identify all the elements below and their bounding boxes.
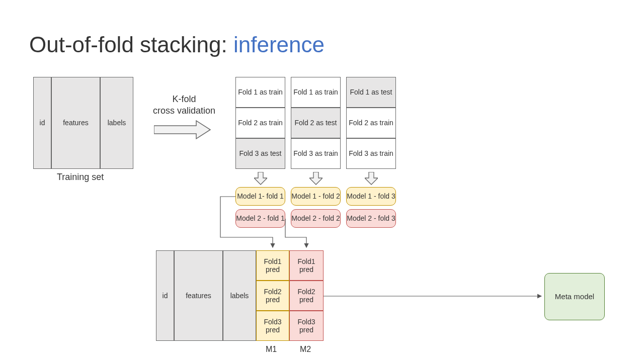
stacked-cell-id: id	[156, 250, 174, 341]
model2-fold1: Model 2 - fold 1	[235, 209, 285, 228]
stacked-cell-features: features	[174, 250, 223, 341]
stacked-m2-label: M2	[300, 345, 311, 354]
page-title: Out-of-fold stacking: inference	[29, 32, 325, 57]
model1-fold3: Model 1 - fold 3	[346, 187, 396, 206]
title-accent: inference	[233, 32, 325, 57]
arrow-down-small-3-icon	[365, 172, 378, 185]
kfold-label: K-fold cross validation	[147, 94, 221, 116]
stacked-m2-fold3: Fold3 pred	[289, 311, 324, 341]
training-cell-id: id	[33, 77, 51, 169]
title-main: Out-of-fold stacking:	[29, 32, 233, 57]
fold-col2-row2: Fold 2 as test	[291, 108, 341, 138]
fold-col1-row1: Fold 1 as train	[235, 77, 285, 108]
stacked-cell-labels: labels	[223, 250, 256, 341]
fold-col3-row1: Fold 1 as test	[346, 77, 396, 108]
kfold-line1: K-fold	[172, 94, 196, 104]
model1-fold2: Model 1 - fold 2	[291, 187, 341, 206]
training-caption: Training set	[57, 172, 104, 183]
stacked-m1-fold3: Fold3 pred	[256, 311, 289, 341]
arrow-down-small-1-icon	[254, 172, 267, 185]
stacked-m1-fold1: Fold1 pred	[256, 250, 289, 281]
stacked-m2-fold2: Fold2 pred	[289, 281, 324, 311]
fold-col2-row3: Fold 3 as train	[291, 138, 341, 169]
training-cell-features: features	[51, 77, 100, 169]
fold-col3-row2: Fold 2 as train	[346, 108, 396, 138]
stacked-m2-fold1: Fold1 pred	[289, 250, 324, 281]
training-cell-labels: labels	[100, 77, 133, 169]
stacked-m1-label: M1	[266, 345, 277, 354]
fold-col3-row3: Fold 3 as train	[346, 138, 396, 169]
kfold-line2: cross validation	[153, 106, 215, 116]
meta-model: Meta model	[544, 273, 605, 320]
model2-fold3: Model 2 - fold 3	[346, 209, 396, 228]
arrow-right-large-icon	[154, 119, 212, 141]
model2-fold2: Model 2 - fold 2	[291, 209, 341, 228]
fold-col1-row3: Fold 3 as test	[235, 138, 285, 169]
stacked-m1-fold2: Fold2 pred	[256, 281, 289, 311]
fold-col1-row2: Fold 2 as train	[235, 108, 285, 138]
arrow-down-small-2-icon	[309, 172, 323, 185]
model1-fold1: Model 1- fold 1	[235, 187, 285, 206]
fold-col2-row1: Fold 1 as train	[291, 77, 341, 108]
